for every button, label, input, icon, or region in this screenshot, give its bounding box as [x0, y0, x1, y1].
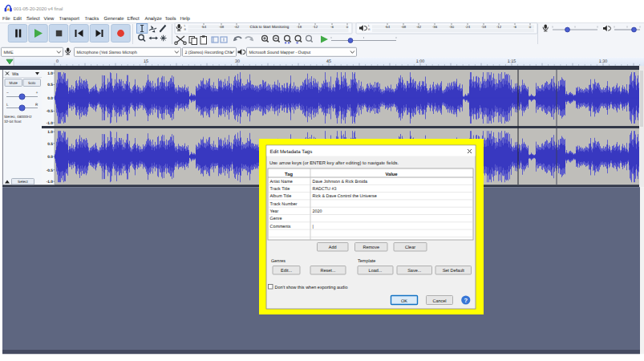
svg-text:1.0: 1.0 — [47, 130, 53, 135]
svg-text:-18: -18 — [481, 25, 487, 29]
svg-text:View: View — [44, 16, 55, 22]
svg-text:-24: -24 — [465, 25, 471, 29]
svg-text:Track Title: Track Title — [270, 187, 290, 192]
svg-text:0: 0 — [56, 59, 59, 64]
svg-text:Cancel: Cancel — [432, 299, 446, 304]
svg-text:Don't show this when exporting: Don't show this when exporting audio — [275, 286, 348, 290]
svg-text:Edit...: Edit... — [281, 269, 293, 274]
svg-text:Tools: Tools — [165, 16, 176, 22]
svg-text:Help: Help — [180, 16, 191, 22]
svg-text:Dave Johnson & Rick Broida: Dave Johnson & Rick Broida — [313, 180, 368, 185]
svg-text:Microphone (Yeti Stereo Microp: Microphone (Yeti Stereo Microph — [77, 51, 137, 55]
svg-text:Solo: Solo — [28, 81, 36, 85]
svg-text:L: L — [6, 103, 9, 107]
svg-text:-42: -42 — [234, 25, 240, 29]
svg-text:Load...: Load... — [369, 269, 383, 274]
svg-text:Tag: Tag — [285, 172, 293, 177]
svg-text:1:00: 1:00 — [416, 59, 425, 64]
svg-text:001-05-20-2020 v4 final: 001-05-20-2020 v4 final — [14, 6, 63, 12]
svg-text:OK: OK — [401, 299, 407, 304]
svg-text:0.5: 0.5 — [47, 142, 53, 147]
svg-text:-12: -12 — [496, 25, 502, 29]
svg-text:Artist Name: Artist Name — [270, 180, 293, 185]
svg-text:Select: Select — [26, 16, 40, 22]
svg-text:|: | — [313, 225, 314, 229]
svg-text:Wa: Wa — [12, 72, 18, 77]
svg-text:Remove: Remove — [363, 245, 379, 250]
svg-text:1:15: 1:15 — [508, 59, 516, 64]
svg-text:Use arrow keys (or ENTER key a: Use arrow keys (or ENTER key after editi… — [269, 160, 399, 166]
svg-text:-6: -6 — [330, 25, 334, 29]
svg-text:-30: -30 — [449, 25, 455, 29]
svg-text:L: L — [368, 24, 370, 27]
svg-text:-36: -36 — [432, 25, 438, 29]
svg-text:Comments: Comments — [270, 225, 291, 229]
svg-text:Transport: Transport — [59, 16, 80, 22]
svg-text:-0.5: -0.5 — [47, 109, 54, 114]
svg-text:-12: -12 — [313, 25, 318, 29]
svg-text:Set Default: Set Default — [443, 269, 465, 274]
svg-text:Analyze: Analyze — [145, 16, 163, 22]
svg-text:30: 30 — [235, 59, 240, 64]
svg-text:Genre: Genre — [270, 217, 282, 221]
svg-text:Effect: Effect — [128, 16, 140, 22]
svg-text:-42: -42 — [416, 25, 422, 29]
svg-text:Microsoft Sound Mapper - Outpu: Microsoft Sound Mapper - Output — [249, 51, 311, 55]
svg-text:Mute: Mute — [10, 81, 18, 85]
svg-text:Click to Start Monitoring: Click to Start Monitoring — [250, 25, 290, 29]
svg-text:-18: -18 — [297, 25, 302, 29]
svg-text:0.5: 0.5 — [47, 83, 53, 87]
svg-text:2020: 2020 — [313, 209, 322, 214]
svg-text:Add: Add — [329, 245, 337, 250]
svg-text:?: ? — [464, 297, 468, 304]
svg-text:Save...: Save... — [407, 269, 422, 274]
svg-text:45: 45 — [326, 59, 331, 64]
svg-text:Track Number: Track Number — [270, 202, 298, 207]
svg-text:Edit: Edit — [14, 16, 22, 22]
svg-text:Album Title: Album Title — [270, 194, 292, 199]
svg-text:Year: Year — [270, 209, 279, 214]
svg-text:-0.5: -0.5 — [47, 168, 54, 173]
svg-text:15: 15 — [144, 59, 148, 64]
svg-text:0.0: 0.0 — [47, 155, 53, 160]
svg-text:-48: -48 — [401, 25, 407, 29]
svg-text:Clear: Clear — [405, 245, 415, 250]
svg-text:Reset...: Reset... — [321, 269, 336, 274]
svg-text:Rick & Dave Control the Univer: Rick & Dave Control the Universe — [313, 194, 377, 199]
svg-text:Tracks: Tracks — [85, 16, 99, 22]
svg-text:32-bit float: 32-bit float — [4, 120, 22, 124]
svg-text:-54: -54 — [201, 25, 207, 29]
svg-text:Genres: Genres — [271, 259, 286, 264]
svg-text:L: L — [184, 24, 186, 27]
svg-text:0.0: 0.0 — [47, 96, 53, 101]
svg-text:MME: MME — [4, 51, 14, 55]
svg-text:-1.0: -1.0 — [47, 121, 54, 126]
svg-text:Template: Template — [358, 259, 375, 264]
svg-text:Stereo, 48000Hz: Stereo, 48000Hz — [4, 115, 32, 119]
svg-text:-54: -54 — [385, 25, 391, 29]
svg-text:-1.0: -1.0 — [47, 180, 54, 185]
svg-text:+: + — [36, 91, 38, 95]
svg-text:Select: Select — [18, 180, 28, 184]
svg-text:File: File — [2, 16, 10, 22]
svg-text:-48: -48 — [219, 25, 225, 29]
svg-text:−: − — [6, 91, 9, 95]
svg-text:-6: -6 — [513, 25, 516, 29]
svg-text:1:30: 1:30 — [599, 59, 608, 64]
svg-text:Generate: Generate — [104, 16, 125, 22]
svg-text:RADCTU #3: RADCTU #3 — [313, 187, 337, 192]
svg-text:Value: Value — [385, 172, 398, 177]
svg-text:1.0: 1.0 — [47, 71, 53, 76]
svg-text:2 (Stereo) Recording Cha: 2 (Stereo) Recording Cha — [185, 51, 233, 55]
svg-text:Edit Metadata Tags: Edit Metadata Tags — [270, 149, 313, 155]
